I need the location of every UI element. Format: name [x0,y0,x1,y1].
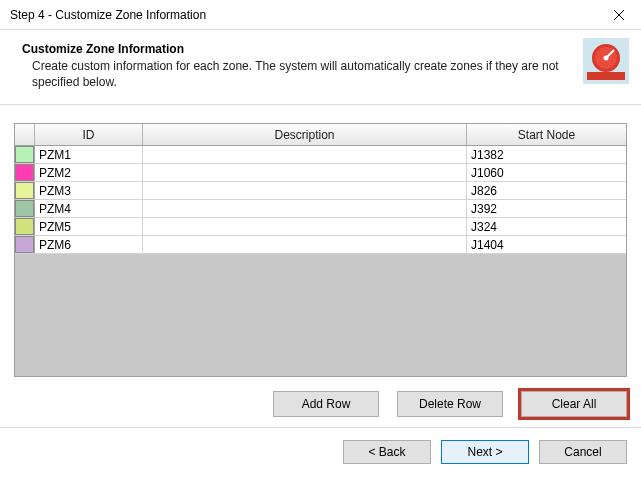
cell-color[interactable] [15,218,35,236]
zone-grid[interactable]: ID Description Start Node PZM1J1382PZM2J… [14,123,627,377]
color-swatch [15,200,34,217]
color-swatch [15,146,34,163]
cell-description[interactable] [143,236,467,254]
table-row[interactable]: PZM2J1060 [15,164,626,182]
cell-start-node[interactable]: J1060 [467,164,626,182]
zone-gauge-icon [583,38,629,84]
header-text: Customize Zone Information Create custom… [16,38,575,90]
col-color-header[interactable] [15,124,35,146]
cell-description[interactable] [143,218,467,236]
cell-description[interactable] [143,200,467,218]
cell-id[interactable]: PZM4 [35,200,143,218]
clear-all-button[interactable]: Clear All [521,391,627,417]
cell-description[interactable] [143,182,467,200]
next-button[interactable]: Next > [441,440,529,464]
delete-row-button[interactable]: Delete Row [397,391,503,417]
titlebar: Step 4 - Customize Zone Information [0,0,641,30]
table-row[interactable]: PZM1J1382 [15,146,626,164]
cell-id[interactable]: PZM3 [35,182,143,200]
cell-color[interactable] [15,164,35,182]
color-swatch [15,182,34,199]
cell-start-node[interactable]: J1382 [467,146,626,164]
header: Customize Zone Information Create custom… [0,30,641,105]
close-button[interactable] [596,0,641,30]
row-action-bar: Add Row Delete Row Clear All [0,377,641,427]
col-description-header[interactable]: Description [143,124,467,146]
col-start-node-header[interactable]: Start Node [467,124,626,146]
color-swatch [15,236,34,253]
table-row[interactable]: PZM3J826 [15,182,626,200]
cell-description[interactable] [143,146,467,164]
table-row[interactable]: PZM5J324 [15,218,626,236]
add-row-button[interactable]: Add Row [273,391,379,417]
header-description: Create custom information for each zone.… [16,58,575,90]
grid-body: PZM1J1382PZM2J1060PZM3J826PZM4J392PZM5J3… [15,146,626,254]
cell-id[interactable]: PZM1 [35,146,143,164]
back-button[interactable]: < Back [343,440,431,464]
cell-description[interactable] [143,164,467,182]
cell-color[interactable] [15,182,35,200]
cell-start-node[interactable]: J392 [467,200,626,218]
table-row[interactable]: PZM6J1404 [15,236,626,254]
cell-start-node[interactable]: J324 [467,218,626,236]
cell-start-node[interactable]: J1404 [467,236,626,254]
cell-color[interactable] [15,200,35,218]
cell-color[interactable] [15,146,35,164]
svg-rect-3 [587,72,625,80]
grid-header-row: ID Description Start Node [15,124,626,146]
cell-id[interactable]: PZM2 [35,164,143,182]
close-icon [614,10,624,20]
color-swatch [15,218,34,235]
wizard-nav: < Back Next > Cancel [0,428,641,476]
cell-start-node[interactable]: J826 [467,182,626,200]
cancel-button[interactable]: Cancel [539,440,627,464]
color-swatch [15,164,34,181]
cell-id[interactable]: PZM6 [35,236,143,254]
col-id-header[interactable]: ID [35,124,143,146]
cell-id[interactable]: PZM5 [35,218,143,236]
dialog-window: Step 4 - Customize Zone Information Cust… [0,0,641,503]
window-title: Step 4 - Customize Zone Information [10,8,596,22]
table-row[interactable]: PZM4J392 [15,200,626,218]
cell-color[interactable] [15,236,35,254]
header-title: Customize Zone Information [16,42,575,56]
